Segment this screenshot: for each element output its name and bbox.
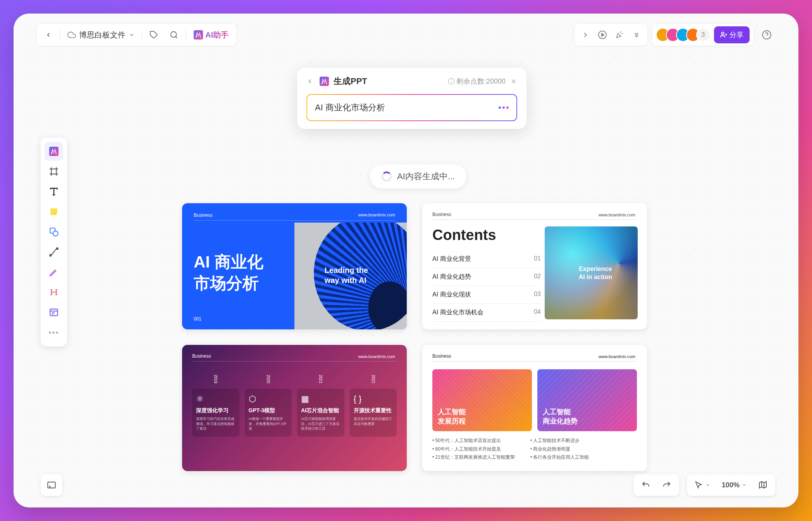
timeline-col: 2019 ⚛ 深度强化学习 深度学习技巧在任务完成领域，学习算法持续推移了算法 xyxy=(192,389,239,437)
slide-3[interactable]: Business www.boardmix.com 2019 ⚛ 深度强化学习 … xyxy=(182,345,407,471)
zoom-level[interactable]: 100% xyxy=(718,478,750,492)
slide-4[interactable]: Business www.boardmix.com 人工智能 发展历程 人工智能… xyxy=(422,345,647,471)
play-button[interactable] xyxy=(594,26,611,43)
tool-frame[interactable] xyxy=(45,162,63,181)
svg-marker-4 xyxy=(602,33,604,36)
back-button[interactable] xyxy=(40,26,57,43)
timeline-col: 2020 ⬡ GPT-3模型 AI领域一个重要模型开发，并集重要的GPT-3开发 xyxy=(245,389,292,437)
cursor-mode-button[interactable] xyxy=(691,478,714,492)
left-toolbar: ••• xyxy=(41,137,67,346)
cloud-icon xyxy=(67,31,76,39)
topbar-actions-group xyxy=(575,24,647,46)
svg-point-1 xyxy=(171,32,177,38)
file-name-dropdown[interactable]: 博思白板文件 xyxy=(64,30,139,40)
info-block: 人工智能 商业化趋势 xyxy=(537,369,637,431)
svg-point-5 xyxy=(721,32,724,34)
search-button[interactable] xyxy=(165,26,182,43)
svg-line-2 xyxy=(175,36,177,38)
close-button[interactable] xyxy=(510,78,517,85)
slide-url: www.boardmix.com xyxy=(599,354,635,359)
file-name-text: 博思白板文件 xyxy=(79,30,126,40)
tool-shape[interactable] xyxy=(45,223,63,241)
collaborator-avatars[interactable]: 3 分享 xyxy=(652,24,754,46)
tool-ai[interactable] xyxy=(45,142,63,161)
svg-rect-30 xyxy=(48,482,55,488)
celebrate-button[interactable] xyxy=(611,26,628,43)
map-view-button[interactable] xyxy=(754,477,771,493)
ai-logo-icon xyxy=(194,30,203,39)
tool-pen[interactable] xyxy=(45,263,63,281)
slide-url: www.boardmix.com xyxy=(358,213,395,217)
slide-1[interactable]: Business www.boardmix.com Leading the wa… xyxy=(182,203,407,329)
chip-icon: ▦ xyxy=(301,394,341,404)
view-controls-group: 100% xyxy=(687,474,775,496)
slide-art-caption: Experience AI in action xyxy=(579,265,612,281)
svg-point-31 xyxy=(50,486,50,487)
undo-redo-group xyxy=(633,474,679,496)
bullet-lists: 50年代：人工智能术语首次提出 80年代：人工智能技术开始普及 21世纪：互联网… xyxy=(432,437,637,462)
share-label: 分享 xyxy=(729,30,743,39)
topbar: 博思白板文件 AI助手 xyxy=(37,23,775,46)
divider xyxy=(186,29,186,40)
redo-button[interactable] xyxy=(658,477,675,493)
divider xyxy=(60,29,60,40)
list-item: AI 商业化现状03 xyxy=(432,286,541,304)
timeline-col: 2021 ▦ AI芯片混合智能 AI芯片能智能算周强算法，AI芯片进门了为算法技… xyxy=(297,389,344,437)
expand-button[interactable] xyxy=(577,26,594,43)
avatar-extra-count: 3 xyxy=(696,28,710,42)
topbar-left: 博思白板文件 AI助手 xyxy=(37,24,236,46)
loading-dots-icon xyxy=(499,106,509,109)
cube-icon: ⬡ xyxy=(249,394,288,404)
slide-2[interactable]: Business www.boardmix.com Contents AI 商业… xyxy=(422,203,647,329)
more-chevrons-button[interactable] xyxy=(628,26,645,43)
svg-point-19 xyxy=(57,248,58,249)
app-window: 博思白板文件 AI助手 xyxy=(14,14,798,507)
undo-button[interactable] xyxy=(637,477,654,493)
minimap-button[interactable] xyxy=(41,474,62,496)
ai-prompt-text: AI 商业化市场分析 xyxy=(315,102,385,113)
topbar-right: 3 分享 xyxy=(575,24,775,46)
list-item: AI 商业化趋势02 xyxy=(432,268,541,286)
code-icon: { } xyxy=(354,394,393,404)
tool-more[interactable]: ••• xyxy=(45,323,63,342)
contents-list: AI 商业化背景01 AI 商业化趋势02 AI 商业化现状03 AI 商业化市… xyxy=(432,250,541,322)
bottom-right-controls: 100% xyxy=(633,474,775,496)
ai-assist-button[interactable]: AI助手 xyxy=(189,30,233,40)
timeline-col: 2022 { } 开源技术重要性 算法技术开发的关键的工具在均衡重要 xyxy=(350,389,397,437)
slide-url: www.boardmix.com xyxy=(599,213,635,217)
ai-panel-title-text: 生成PPT xyxy=(334,75,367,87)
info-block: 人工智能 发展历程 xyxy=(432,369,532,431)
panel-back-button[interactable] xyxy=(306,78,313,85)
list-item: AI 商业化背景01 xyxy=(432,250,541,268)
info-icon xyxy=(448,78,455,85)
bullet-list-right: 人工智能技术不断进步 商业化趋势渐明显 各行各业开始应用人工智能 xyxy=(530,437,589,462)
svg-point-18 xyxy=(50,255,51,256)
bullet-list-left: 50年代：人工智能术语首次提出 80年代：人工智能技术开始普及 21世纪：互联网… xyxy=(432,437,515,462)
ai-logo-icon xyxy=(320,77,329,86)
generating-label: AI内容生成中... xyxy=(397,171,455,182)
slides-grid: Business www.boardmix.com Leading the wa… xyxy=(182,203,647,471)
user-plus-icon xyxy=(720,31,727,38)
ai-assist-label: AI助手 xyxy=(205,30,229,40)
divider xyxy=(192,361,397,362)
points-remaining: 剩余点数:20000 xyxy=(448,77,506,86)
share-button[interactable]: 分享 xyxy=(714,26,750,43)
ai-prompt-input[interactable]: AI 商业化市场分析 xyxy=(306,94,517,121)
tool-mindmap[interactable] xyxy=(45,283,63,302)
timeline-columns: 2019 ⚛ 深度强化学习 深度学习技巧在任务完成领域，学习算法持续推移了算法 … xyxy=(192,389,397,437)
chevron-down-icon xyxy=(129,32,135,38)
tool-text[interactable] xyxy=(45,182,63,201)
tool-sticky-note[interactable] xyxy=(45,202,63,221)
slide-subtitle: Leading the way with AI xyxy=(325,265,368,285)
slide-blocks: 人工智能 发展历程 人工智能 商业化趋势 xyxy=(432,369,637,431)
tool-connector[interactable] xyxy=(45,243,63,261)
divider xyxy=(194,220,395,221)
tool-template[interactable] xyxy=(45,303,63,322)
svg-point-17 xyxy=(53,231,58,236)
help-button[interactable] xyxy=(758,26,775,43)
spinner-icon xyxy=(382,171,392,182)
divider xyxy=(432,361,637,362)
list-item: AI 商业化市场机会04 xyxy=(432,304,541,322)
ai-logo-icon xyxy=(49,147,58,156)
tag-button[interactable] xyxy=(145,26,162,43)
